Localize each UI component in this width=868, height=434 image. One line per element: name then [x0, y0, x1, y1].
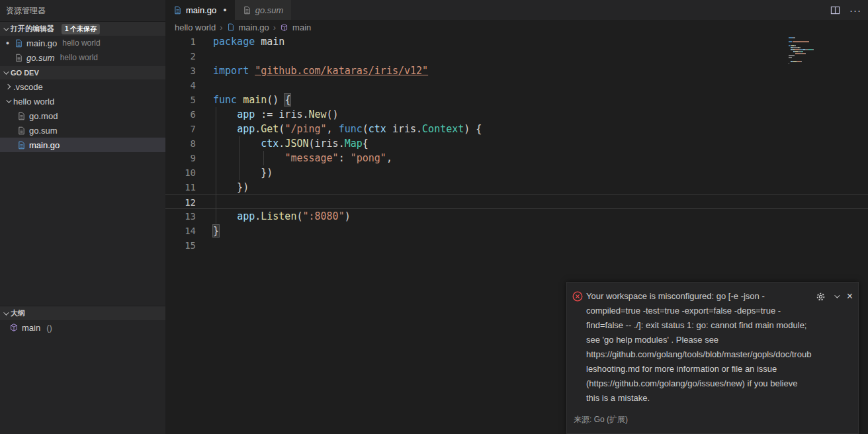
- minimap[interactable]: [789, 37, 835, 67]
- minimap-line: [789, 57, 835, 58]
- minimap-token: [803, 51, 803, 52]
- minimap-token: [789, 51, 793, 52]
- open-editor-item-go-sum[interactable]: go.sum hello world: [0, 50, 165, 65]
- code-line-6[interactable]: 6 app := iris.New(): [165, 107, 868, 122]
- tree-item-vscode[interactable]: .vscode: [0, 79, 165, 94]
- code-token: ,: [386, 152, 392, 164]
- code-line-13[interactable]: 13 app.Listen(":8080"): [165, 209, 868, 224]
- line-content: func main() {: [196, 93, 290, 107]
- gear-icon[interactable]: [816, 292, 826, 304]
- chevron-down-icon: [3, 25, 9, 30]
- code-token: (: [309, 138, 315, 150]
- code-token: Map: [345, 138, 363, 150]
- code-line-10[interactable]: 10 }): [165, 165, 868, 180]
- notification-toolbar: ×: [816, 289, 853, 406]
- line-number[interactable]: 2: [165, 49, 196, 64]
- minimap-line: [789, 49, 835, 50]
- file-tree: .vscode hello world go.mod go.sum: [0, 79, 165, 306]
- tree-item-main-go[interactable]: main.go: [0, 138, 165, 152]
- line-number[interactable]: 12: [165, 195, 196, 208]
- code-token: import: [213, 65, 249, 77]
- tab-label: go.sum: [255, 5, 284, 15]
- code-token: [213, 123, 237, 135]
- file-name: main.go: [29, 140, 60, 150]
- line-number[interactable]: 11: [165, 180, 196, 195]
- code-line-12[interactable]: 12: [165, 195, 868, 209]
- tab-main-go[interactable]: main.go ●: [165, 0, 235, 20]
- code-line-1[interactable]: 1package main: [165, 34, 868, 49]
- minimap-line: [789, 47, 835, 48]
- line-number[interactable]: 13: [165, 209, 196, 224]
- line-number[interactable]: 9: [165, 151, 196, 165]
- line-number[interactable]: 14: [165, 224, 196, 238]
- code-token: }: [213, 225, 219, 237]
- line-number[interactable]: 15: [165, 238, 196, 253]
- line-content: ctx.JSON(iris.Map{: [196, 136, 369, 151]
- code-token: ,: [327, 123, 339, 135]
- tree-item-hello-world[interactable]: hello world: [0, 94, 165, 108]
- code-token: Listen: [261, 210, 296, 222]
- code-token: Context: [422, 123, 464, 135]
- code-line-2[interactable]: 2: [165, 49, 868, 64]
- file-name: go.sum: [29, 126, 58, 136]
- outline-panel: main (): [0, 320, 165, 434]
- section-open-editors[interactable]: 打开的编辑器 1 个未保存: [0, 21, 165, 36]
- indent-guide: [263, 151, 264, 165]
- code-line-14[interactable]: 14}: [165, 224, 868, 238]
- code-line-15[interactable]: 15: [165, 238, 868, 253]
- code-line-4[interactable]: 4: [165, 78, 868, 93]
- code-line-5[interactable]: 5func main() {: [165, 93, 868, 107]
- chevron-right-icon: [5, 84, 11, 89]
- minimap-line: [789, 51, 835, 52]
- code-token: .: [255, 210, 261, 222]
- breadcrumb-folder[interactable]: hello world: [175, 22, 216, 32]
- minimap-line: [789, 65, 835, 66]
- code-token: [237, 94, 243, 106]
- code-token: app: [237, 108, 255, 120]
- editor-actions: ···: [830, 0, 861, 20]
- chevron-right-icon: ›: [273, 22, 276, 32]
- line-number[interactable]: 3: [165, 64, 196, 78]
- code-line-8[interactable]: 8 ctx.JSON(iris.Map{: [165, 136, 868, 151]
- line-number[interactable]: 1: [165, 34, 196, 49]
- tab-go-sum[interactable]: go.sum: [235, 0, 292, 20]
- breadcrumb: hello world › main.go › main: [165, 20, 868, 34]
- open-editor-item-main-go[interactable]: ● main.go hello world: [0, 36, 165, 50]
- section-outline[interactable]: 大纲: [0, 306, 165, 320]
- notification-source: 来源: Go (扩展): [567, 409, 858, 433]
- breadcrumb-file[interactable]: main.go: [239, 22, 269, 32]
- outline-item-main[interactable]: main (): [0, 320, 165, 335]
- code-token: }): [213, 181, 249, 193]
- minimap-token: [793, 37, 795, 38]
- chevron-down-icon[interactable]: [834, 292, 840, 298]
- more-actions-icon[interactable]: ···: [849, 5, 861, 15]
- modified-dot-icon: ●: [223, 7, 226, 13]
- code-line-9[interactable]: 9 "message": "pong",: [165, 151, 868, 165]
- line-number[interactable]: 10: [165, 165, 196, 180]
- line-number[interactable]: 8: [165, 136, 196, 151]
- tree-item-go-mod[interactable]: go.mod: [0, 108, 165, 123]
- code-token: (: [363, 123, 369, 135]
- error-icon: [572, 291, 583, 406]
- line-number[interactable]: 7: [165, 122, 196, 136]
- line-number[interactable]: 6: [165, 107, 196, 122]
- code-line-11[interactable]: 11 }): [165, 180, 868, 195]
- close-icon[interactable]: ×: [847, 292, 853, 301]
- minimap-line: [789, 39, 835, 40]
- code-token: app: [237, 123, 255, 135]
- code-line-3[interactable]: 3import "github.com/kataras/iris/v12": [165, 64, 868, 78]
- line-content: app := iris.New(): [196, 107, 339, 122]
- code-token: {: [363, 138, 369, 150]
- split-editor-icon[interactable]: [830, 5, 840, 15]
- line-number[interactable]: 4: [165, 78, 196, 93]
- code-line-7[interactable]: 7 app.Get("/ping", func(ctx iris.Context…: [165, 122, 868, 136]
- code-token: iris: [392, 123, 416, 135]
- minimap-token: [789, 57, 792, 58]
- line-content: [196, 49, 213, 64]
- symbol-namespace-icon: [9, 323, 19, 332]
- file-name: go.sum: [26, 53, 55, 63]
- tree-item-go-sum[interactable]: go.sum: [0, 123, 165, 138]
- section-workspace-go-dev[interactable]: GO DEV: [0, 65, 165, 79]
- breadcrumb-symbol[interactable]: main: [292, 22, 311, 32]
- line-number[interactable]: 5: [165, 93, 196, 107]
